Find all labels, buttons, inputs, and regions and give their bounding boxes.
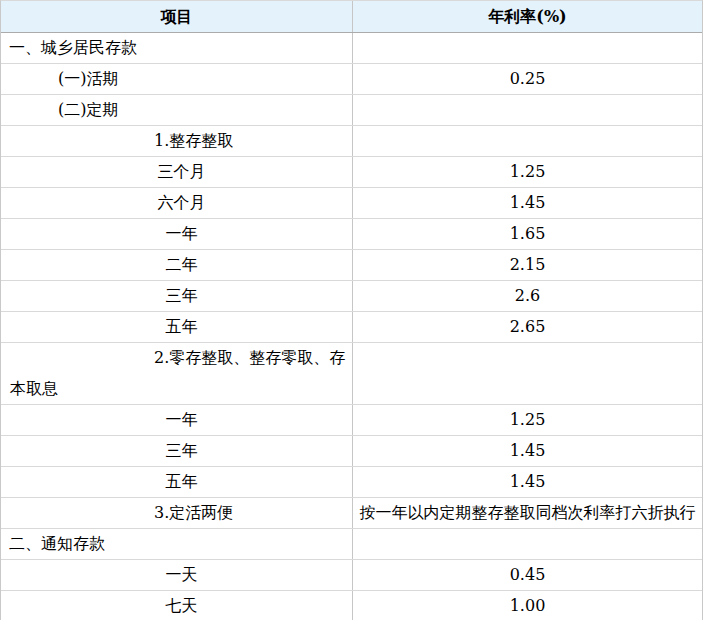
table-row: 三个月 1.25 xyxy=(1,157,702,188)
table-row: 三年 2.6 xyxy=(1,281,702,312)
rate-cell xyxy=(353,95,702,125)
item-cell: 六个月 xyxy=(1,188,353,218)
table-row: 2.零存整取、整存零取、存本取息 xyxy=(1,343,702,405)
rate-cell: 1.45 xyxy=(353,188,702,218)
table-row: 3.定活两便 按一年以内定期整存整取同档次利率打六折执行 xyxy=(1,498,702,529)
table-row: 二年 2.15 xyxy=(1,250,702,281)
rate-cell: 1.00 xyxy=(353,591,702,620)
rate-cell: 2.15 xyxy=(353,250,702,280)
item-cell: 三年 xyxy=(1,436,353,466)
header-rate-column: 年利率(%) xyxy=(353,1,702,32)
item-cell: 三年 xyxy=(1,281,353,311)
table-row: 一、城乡居民存款 xyxy=(1,33,702,64)
item-cell: (一)活期 xyxy=(1,64,353,94)
item-cell: 五年 xyxy=(1,467,353,497)
table-row: (二)定期 xyxy=(1,95,702,126)
item-cell: 三个月 xyxy=(1,157,353,187)
rate-cell xyxy=(353,126,702,156)
rate-cell: 2.65 xyxy=(353,312,702,342)
table-row: 五年 2.65 xyxy=(1,312,702,343)
item-cell: 七天 xyxy=(1,591,353,620)
rate-cell: 2.6 xyxy=(353,281,702,311)
rate-cell: 0.45 xyxy=(353,560,702,590)
item-cell: 一年 xyxy=(1,405,353,435)
item-cell: 二、通知存款 xyxy=(1,529,353,559)
rate-cell: 1.65 xyxy=(353,219,702,249)
rate-cell xyxy=(353,33,702,63)
table-header-row: 项目 年利率(%) xyxy=(1,1,702,33)
rate-cell xyxy=(353,529,702,559)
table-row: 二、通知存款 xyxy=(1,529,702,560)
item-cell: 1.整存整取 xyxy=(1,126,353,156)
item-cell: 3.定活两便 xyxy=(1,498,353,528)
item-cell: (二)定期 xyxy=(1,95,353,125)
rate-cell: 0.25 xyxy=(353,64,702,94)
table-row: 一年 1.25 xyxy=(1,405,702,436)
table-row: 五年 1.45 xyxy=(1,467,702,498)
header-item-column: 项目 xyxy=(1,1,353,32)
rate-cell: 按一年以内定期整存整取同档次利率打六折执行 xyxy=(353,498,702,528)
item-cell: 五年 xyxy=(1,312,353,342)
rate-cell xyxy=(353,343,702,404)
item-cell: 一年 xyxy=(1,219,353,249)
table-row: 一天 0.45 xyxy=(1,560,702,591)
deposit-rates-table: 项目 年利率(%) 一、城乡居民存款 (一)活期 0.25 (二)定期 1.整存… xyxy=(0,0,703,620)
rate-cell: 1.25 xyxy=(353,157,702,187)
item-cell: 二年 xyxy=(1,250,353,280)
table-row: (一)活期 0.25 xyxy=(1,64,702,95)
table-row: 一年 1.65 xyxy=(1,219,702,250)
item-cell: 一天 xyxy=(1,560,353,590)
rate-cell: 1.25 xyxy=(353,405,702,435)
rate-cell: 1.45 xyxy=(353,467,702,497)
rate-cell: 1.45 xyxy=(353,436,702,466)
table-row: 六个月 1.45 xyxy=(1,188,702,219)
table-row: 三年 1.45 xyxy=(1,436,702,467)
item-cell: 2.零存整取、整存零取、存本取息 xyxy=(1,343,353,404)
table-row: 1.整存整取 xyxy=(1,126,702,157)
item-cell: 一、城乡居民存款 xyxy=(1,33,353,63)
table-row: 七天 1.00 xyxy=(1,591,702,620)
